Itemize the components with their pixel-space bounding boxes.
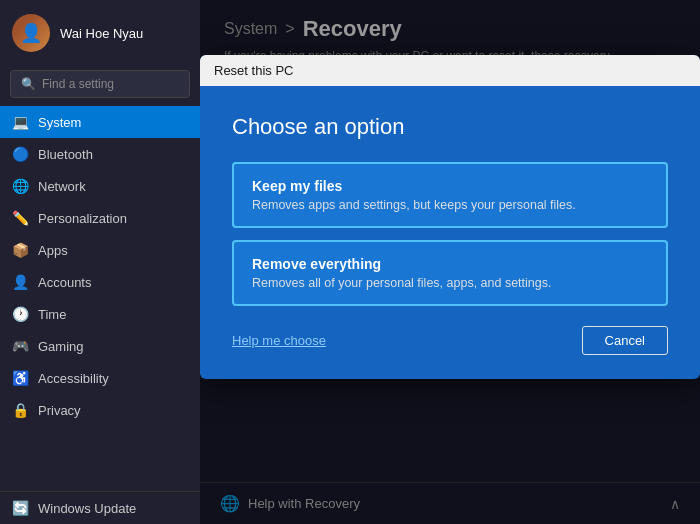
user-profile: 👤 Wai Hoe Nyau [0, 0, 200, 66]
remove-everything-title: Remove everything [252, 256, 648, 272]
keep-files-option[interactable]: Keep my files Removes apps and settings,… [232, 162, 668, 228]
sidebar-item-label: Windows Update [38, 501, 136, 516]
sidebar-item-system[interactable]: 💻 System [0, 106, 200, 138]
accessibility-icon: ♿ [12, 370, 28, 386]
bluetooth-icon: 🔵 [12, 146, 28, 162]
personalization-icon: ✏️ [12, 210, 28, 226]
search-icon: 🔍 [21, 77, 36, 91]
search-placeholder: Find a setting [42, 77, 114, 91]
network-icon: 🌐 [12, 178, 28, 194]
gaming-icon: 🎮 [12, 338, 28, 354]
keep-files-description: Removes apps and settings, but keeps you… [252, 198, 648, 212]
reset-dialog: Reset this PC Choose an option Keep my f… [200, 55, 700, 379]
sidebar-item-label: Gaming [38, 339, 84, 354]
sidebar-item-label: Personalization [38, 211, 127, 226]
search-box[interactable]: 🔍 Find a setting [10, 70, 190, 98]
sidebar: 👤 Wai Hoe Nyau 🔍 Find a setting 💻 System… [0, 0, 200, 524]
dialog-title: Choose an option [232, 114, 668, 140]
sidebar-item-label: Accessibility [38, 371, 109, 386]
sidebar-item-accessibility[interactable]: ♿ Accessibility [0, 362, 200, 394]
sidebar-item-label: Bluetooth [38, 147, 93, 162]
sidebar-item-label: Network [38, 179, 86, 194]
sidebar-bottom: 🔄 Windows Update [0, 491, 200, 524]
time-icon: 🕐 [12, 306, 28, 322]
avatar-image: 👤 [12, 14, 50, 52]
dialog-footer: Help me choose Cancel [232, 326, 668, 355]
sidebar-item-privacy[interactable]: 🔒 Privacy [0, 394, 200, 426]
privacy-icon: 🔒 [12, 402, 28, 418]
sidebar-item-label: Apps [38, 243, 68, 258]
main-content: System > Recovery If you're having probl… [200, 0, 700, 524]
accounts-icon: 👤 [12, 274, 28, 290]
sidebar-item-gaming[interactable]: 🎮 Gaming [0, 330, 200, 362]
sidebar-nav: 💻 System 🔵 Bluetooth 🌐 Network ✏️ Person… [0, 106, 200, 491]
dialog-body: Choose an option Keep my files Removes a… [200, 86, 700, 379]
help-me-choose-link[interactable]: Help me choose [232, 333, 326, 348]
keep-files-title: Keep my files [252, 178, 648, 194]
windows-update-icon: 🔄 [12, 500, 28, 516]
user-name: Wai Hoe Nyau [60, 26, 143, 41]
avatar: 👤 [12, 14, 50, 52]
sidebar-item-time[interactable]: 🕐 Time [0, 298, 200, 330]
dialog-overlay: Reset this PC Choose an option Keep my f… [200, 0, 700, 524]
sidebar-item-label: Time [38, 307, 66, 322]
remove-everything-description: Removes all of your personal files, apps… [252, 276, 648, 290]
dialog-titlebar: Reset this PC [200, 55, 700, 86]
remove-everything-option[interactable]: Remove everything Removes all of your pe… [232, 240, 668, 306]
sidebar-item-personalization[interactable]: ✏️ Personalization [0, 202, 200, 234]
sidebar-item-network[interactable]: 🌐 Network [0, 170, 200, 202]
sidebar-item-accounts[interactable]: 👤 Accounts [0, 266, 200, 298]
apps-icon: 📦 [12, 242, 28, 258]
sidebar-item-windows-update[interactable]: 🔄 Windows Update [0, 492, 200, 524]
sidebar-item-bluetooth[interactable]: 🔵 Bluetooth [0, 138, 200, 170]
cancel-button[interactable]: Cancel [582, 326, 668, 355]
sidebar-item-label: Accounts [38, 275, 91, 290]
sidebar-item-label: System [38, 115, 81, 130]
sidebar-item-apps[interactable]: 📦 Apps [0, 234, 200, 266]
sidebar-item-label: Privacy [38, 403, 81, 418]
system-icon: 💻 [12, 114, 28, 130]
